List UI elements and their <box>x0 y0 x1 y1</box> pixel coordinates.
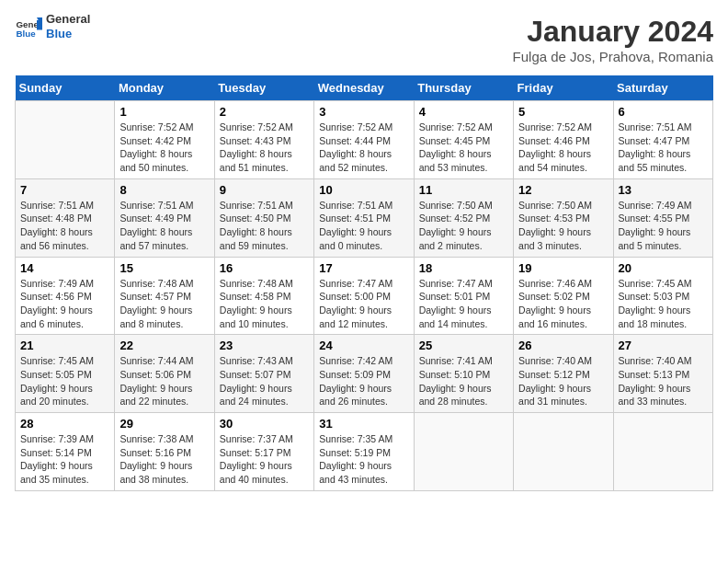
day-info: Sunrise: 7:38 AMSunset: 5:16 PMDaylight:… <box>119 432 209 487</box>
calendar-cell: 18Sunrise: 7:47 AMSunset: 5:01 PMDayligh… <box>414 257 513 335</box>
calendar-cell: 23Sunrise: 7:43 AMSunset: 5:07 PMDayligh… <box>214 335 313 413</box>
day-number: 23 <box>220 339 309 352</box>
calendar-cell: 26Sunrise: 7:40 AMSunset: 5:12 PMDayligh… <box>514 335 613 413</box>
title-block: January 2024 Fulga de Jos, Prahova, Roma… <box>513 15 713 64</box>
day-info: Sunrise: 7:50 AMSunset: 4:52 PMDaylight:… <box>419 199 508 253</box>
day-info: Sunrise: 7:48 AMSunset: 4:57 PMDaylight:… <box>119 277 209 331</box>
weekday-thursday: Thursday <box>414 75 513 101</box>
calendar-cell: 19Sunrise: 7:46 AMSunset: 5:02 PMDayligh… <box>514 257 613 335</box>
page-header: General Blue General Blue January 2024 F… <box>15 15 713 64</box>
calendar-cell <box>16 101 115 179</box>
day-info: Sunrise: 7:47 AMSunset: 5:00 PMDaylight:… <box>319 277 408 331</box>
calendar-cell: 10Sunrise: 7:51 AMSunset: 4:51 PMDayligh… <box>314 178 414 257</box>
logo-blue-text: Blue <box>46 27 90 41</box>
calendar-cell: 27Sunrise: 7:40 AMSunset: 5:13 PMDayligh… <box>613 335 712 413</box>
day-info: Sunrise: 7:44 AMSunset: 5:06 PMDaylight:… <box>119 354 209 408</box>
day-number: 24 <box>319 339 408 352</box>
day-number: 21 <box>20 339 109 352</box>
day-info: Sunrise: 7:52 AMSunset: 4:43 PMDaylight:… <box>220 121 309 175</box>
calendar-cell <box>414 413 513 491</box>
day-number: 12 <box>518 183 608 197</box>
day-number: 16 <box>220 261 309 275</box>
day-number: 27 <box>619 339 708 352</box>
day-info: Sunrise: 7:43 AMSunset: 5:07 PMDaylight:… <box>220 354 309 408</box>
location-text: Fulga de Jos, Prahova, Romania <box>513 49 713 64</box>
calendar-week-1: 1Sunrise: 7:52 AMSunset: 4:42 PMDaylight… <box>16 101 713 179</box>
day-number: 19 <box>518 261 608 275</box>
calendar-cell <box>613 413 712 491</box>
calendar-cell: 15Sunrise: 7:48 AMSunset: 4:57 PMDayligh… <box>115 257 214 335</box>
month-title: January 2024 <box>513 15 713 49</box>
calendar-cell: 29Sunrise: 7:38 AMSunset: 5:16 PMDayligh… <box>115 413 214 491</box>
day-info: Sunrise: 7:45 AMSunset: 5:03 PMDaylight:… <box>619 277 708 331</box>
day-number: 8 <box>119 183 209 197</box>
calendar-cell: 28Sunrise: 7:39 AMSunset: 5:14 PMDayligh… <box>16 413 115 491</box>
logo-icon: General Blue <box>15 15 42 42</box>
calendar-cell: 20Sunrise: 7:45 AMSunset: 5:03 PMDayligh… <box>613 257 712 335</box>
calendar-cell: 12Sunrise: 7:50 AMSunset: 4:53 PMDayligh… <box>514 178 613 257</box>
day-number: 26 <box>518 339 608 352</box>
day-number: 10 <box>319 183 408 197</box>
day-number: 9 <box>220 183 309 197</box>
day-number: 20 <box>619 261 708 275</box>
day-number: 2 <box>220 105 309 119</box>
calendar-cell: 7Sunrise: 7:51 AMSunset: 4:48 PMDaylight… <box>16 178 115 257</box>
calendar-cell: 1Sunrise: 7:52 AMSunset: 4:42 PMDaylight… <box>115 101 214 179</box>
weekday-saturday: Saturday <box>613 75 712 101</box>
calendar-cell: 4Sunrise: 7:52 AMSunset: 4:45 PMDaylight… <box>414 101 513 179</box>
day-number: 15 <box>119 261 209 275</box>
calendar-week-5: 28Sunrise: 7:39 AMSunset: 5:14 PMDayligh… <box>16 413 713 491</box>
day-number: 28 <box>20 417 109 431</box>
weekday-monday: Monday <box>115 75 214 101</box>
calendar-cell: 6Sunrise: 7:51 AMSunset: 4:47 PMDaylight… <box>613 101 712 179</box>
day-info: Sunrise: 7:51 AMSunset: 4:47 PMDaylight:… <box>619 121 708 175</box>
day-info: Sunrise: 7:46 AMSunset: 5:02 PMDaylight:… <box>518 277 608 331</box>
calendar-week-3: 14Sunrise: 7:49 AMSunset: 4:56 PMDayligh… <box>16 257 713 335</box>
day-info: Sunrise: 7:35 AMSunset: 5:19 PMDaylight:… <box>319 432 408 487</box>
weekday-wednesday: Wednesday <box>314 75 414 101</box>
day-number: 30 <box>220 417 309 431</box>
calendar-week-2: 7Sunrise: 7:51 AMSunset: 4:48 PMDaylight… <box>16 178 713 257</box>
day-info: Sunrise: 7:51 AMSunset: 4:51 PMDaylight:… <box>319 199 408 253</box>
day-info: Sunrise: 7:52 AMSunset: 4:42 PMDaylight:… <box>119 121 209 175</box>
day-number: 22 <box>119 339 209 352</box>
day-info: Sunrise: 7:52 AMSunset: 4:46 PMDaylight:… <box>518 121 608 175</box>
calendar-cell: 24Sunrise: 7:42 AMSunset: 5:09 PMDayligh… <box>314 335 414 413</box>
logo: General Blue General Blue <box>15 15 90 42</box>
calendar-cell: 13Sunrise: 7:49 AMSunset: 4:55 PMDayligh… <box>613 178 712 257</box>
weekday-friday: Friday <box>514 75 613 101</box>
calendar-cell <box>514 413 613 491</box>
logo-general-text: General <box>46 12 90 27</box>
calendar-cell: 30Sunrise: 7:37 AMSunset: 5:17 PMDayligh… <box>214 413 313 491</box>
calendar-cell: 21Sunrise: 7:45 AMSunset: 5:05 PMDayligh… <box>16 335 115 413</box>
svg-text:Blue: Blue <box>17 29 37 39</box>
calendar-cell: 31Sunrise: 7:35 AMSunset: 5:19 PMDayligh… <box>314 413 414 491</box>
day-number: 29 <box>119 417 209 431</box>
day-info: Sunrise: 7:50 AMSunset: 4:53 PMDaylight:… <box>518 199 608 253</box>
day-info: Sunrise: 7:51 AMSunset: 4:48 PMDaylight:… <box>20 199 109 253</box>
calendar-cell: 3Sunrise: 7:52 AMSunset: 4:44 PMDaylight… <box>314 101 414 179</box>
calendar-cell: 25Sunrise: 7:41 AMSunset: 5:10 PMDayligh… <box>414 335 513 413</box>
day-info: Sunrise: 7:45 AMSunset: 5:05 PMDaylight:… <box>20 354 109 408</box>
calendar-cell: 22Sunrise: 7:44 AMSunset: 5:06 PMDayligh… <box>115 335 214 413</box>
day-number: 31 <box>319 417 408 431</box>
day-number: 7 <box>20 183 109 197</box>
day-number: 17 <box>319 261 408 275</box>
day-number: 3 <box>319 105 408 119</box>
day-info: Sunrise: 7:41 AMSunset: 5:10 PMDaylight:… <box>419 354 508 408</box>
calendar-cell: 17Sunrise: 7:47 AMSunset: 5:00 PMDayligh… <box>314 257 414 335</box>
day-info: Sunrise: 7:42 AMSunset: 5:09 PMDaylight:… <box>319 354 408 408</box>
day-info: Sunrise: 7:52 AMSunset: 4:45 PMDaylight:… <box>419 121 508 175</box>
weekday-sunday: Sunday <box>16 75 115 101</box>
weekday-header-row: SundayMondayTuesdayWednesdayThursdayFrid… <box>16 75 713 101</box>
calendar-cell: 9Sunrise: 7:51 AMSunset: 4:50 PMDaylight… <box>214 178 313 257</box>
day-number: 14 <box>20 261 109 275</box>
day-info: Sunrise: 7:39 AMSunset: 5:14 PMDaylight:… <box>20 432 109 487</box>
day-number: 4 <box>419 105 508 119</box>
calendar-cell: 8Sunrise: 7:51 AMSunset: 4:49 PMDaylight… <box>115 178 214 257</box>
calendar-cell: 11Sunrise: 7:50 AMSunset: 4:52 PMDayligh… <box>414 178 513 257</box>
calendar-cell: 16Sunrise: 7:48 AMSunset: 4:58 PMDayligh… <box>214 257 313 335</box>
day-info: Sunrise: 7:49 AMSunset: 4:55 PMDaylight:… <box>619 199 708 253</box>
weekday-tuesday: Tuesday <box>214 75 313 101</box>
day-info: Sunrise: 7:49 AMSunset: 4:56 PMDaylight:… <box>20 277 109 331</box>
